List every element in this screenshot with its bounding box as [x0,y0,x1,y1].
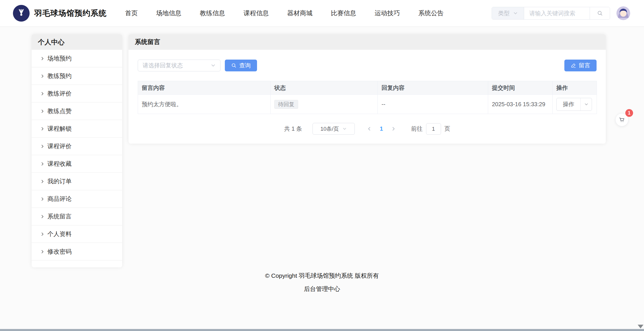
nav-item-home[interactable]: 首页 [125,9,138,18]
cell-reply-content: -- [378,95,488,114]
sidebar-item-label: 商品评论 [47,195,72,203]
keyword-search-input[interactable] [524,7,590,19]
sidebar-item-label: 场地预约 [47,54,72,62]
search-icon [231,63,237,68]
chevron-right-icon [40,250,45,254]
app-title: 羽毛球场馆预约系统 [34,8,107,18]
sidebar-item-label: 系统留言 [47,212,72,220]
user-avatar[interactable] [616,6,630,20]
nav-item-courses[interactable]: 课程信息 [244,9,269,18]
cell-message-content: 预约太方便啦。 [138,95,271,114]
shuttlecock-logo-icon [13,5,30,22]
leave-message-button[interactable]: 留言 [564,60,597,71]
chevron-right-icon [40,197,45,201]
column-header-time: 提交时间 [488,81,553,95]
bottom-scrollbar[interactable] [0,329,644,331]
chevron-right-icon [40,74,45,78]
query-button[interactable]: 查询 [225,60,257,71]
pencil-icon [571,63,576,68]
sidebar-item-label: 修改密码 [47,248,72,256]
nav-item-courts[interactable]: 场地信息 [156,9,181,18]
search-icon [597,10,603,16]
scroll-down-arrow[interactable] [638,325,643,328]
sidebar-item-label: 教练评价 [47,90,72,98]
sidebar-item-label: 教练预约 [47,72,72,80]
panel-body: 请选择回复状态 查询 留言 [129,50,606,135]
nav-item-competitions[interactable]: 比赛信息 [331,9,356,18]
shopping-cart-icon [618,116,625,123]
chevron-right-icon [40,144,45,149]
nav-item-coaches[interactable]: 教练信息 [200,9,225,18]
sidebar-item-label: 教练点赞 [47,107,72,115]
sidebar-item-course-review[interactable]: 课程评价 [32,138,122,155]
reply-status-select[interactable]: 请选择回复状态 [138,60,221,71]
chevron-right-icon [391,126,396,131]
sidebar-item-course-favorite[interactable]: 课程收藏 [32,155,122,173]
page-number-1[interactable]: 1 [375,125,388,132]
chevron-right-icon [40,127,45,131]
nav-item-sport-tips[interactable]: 运动技巧 [375,9,400,18]
table-row: 预约太方便啦。 待回复 -- 2025-03-16 15:33:29 操作 [138,95,597,114]
cell-submit-time: 2025-03-16 15:33:29 [488,95,553,114]
search-type-select[interactable]: 类型 [492,7,524,19]
sidebar-item-coach-review[interactable]: 教练评价 [32,85,122,102]
query-button-label: 查询 [239,62,251,69]
page-size-select[interactable]: 10条/页 [313,123,355,135]
navbar-right: 类型 [492,6,630,20]
sidebar-item-system-messages[interactable]: 系统留言 [32,208,122,225]
action-button-label: 操作 [557,100,580,108]
filter-row: 请选择回复状态 查询 留言 [138,60,597,71]
admin-center-link[interactable]: 后台管理中心 [0,285,644,293]
pagination-total: 共 1 条 [284,125,302,133]
sidebar-item-coach-like[interactable]: 教练点赞 [32,102,122,120]
nav-item-announcements[interactable]: 系统公告 [418,9,444,18]
goto-page-group: 前往 页 [411,123,450,135]
next-page-button[interactable] [388,123,400,135]
top-navbar: 羽毛球场馆预约系统 首页 场地信息 教练信息 课程信息 器材商城 比赛信息 运动… [0,0,644,27]
sidebar-item-court-booking[interactable]: 场地预约 [32,50,122,67]
prev-page-button[interactable] [363,123,375,135]
chevron-down-icon [342,127,347,131]
sidebar-item-coach-booking[interactable]: 教练预约 [32,67,122,85]
search-button[interactable] [590,7,610,19]
sidebar-item-label: 我的订单 [47,177,72,185]
search-type-label: 类型 [498,9,510,17]
cart-badge: 1 [625,109,633,117]
column-header-reply: 回复内容 [378,81,488,95]
column-header-status: 状态 [271,81,378,95]
sidebar-item-my-orders[interactable]: 我的订单 [32,173,122,190]
search-group: 类型 [492,7,610,20]
sidebar-item-course-unlock[interactable]: 课程解锁 [32,120,122,138]
system-messages-panel: 系统留言 请选择回复状态 查询 留言 [129,34,606,144]
row-action-dropdown-button[interactable]: 操作 [556,98,592,111]
table-header-row: 留言内容 状态 回复内容 提交时间 操作 [138,81,597,95]
goto-page-input[interactable] [426,123,441,135]
chevron-down-icon [513,11,518,16]
chevron-right-icon [40,56,45,61]
chevron-right-icon [40,214,45,219]
sidebar-title: 个人中心 [32,34,122,50]
sidebar-item-label: 课程收藏 [47,160,72,168]
sidebar-item-label: 个人资料 [47,230,72,238]
sidebar-item-label: 课程解锁 [47,125,72,133]
sidebar-item-profile[interactable]: 个人资料 [32,225,122,243]
chevron-right-icon [40,179,45,184]
column-header-action: 操作 [553,81,597,95]
status-badge: 待回复 [274,100,298,109]
brand[interactable]: 羽毛球场馆预约系统 [13,5,107,22]
column-header-content: 留言内容 [138,81,271,95]
chevron-down-icon [581,102,592,106]
chevron-right-icon [40,109,45,113]
sidebar-item-product-comments[interactable]: 商品评论 [32,190,122,208]
personal-center-sidebar: 个人中心 场地预约 教练预约 教练评价 教练点赞 课程解锁 课程评价 课程收藏 … [32,34,122,267]
page-unit-label: 页 [444,125,450,133]
chevron-down-icon [211,63,216,68]
nav-item-equipment-mall[interactable]: 器材商城 [287,9,313,18]
reply-status-placeholder: 请选择回复状态 [143,62,183,69]
sidebar-item-change-password[interactable]: 修改密码 [32,243,122,260]
goto-label: 前往 [411,125,423,133]
page-size-label: 10条/页 [320,125,339,133]
main-nav: 首页 场地信息 教练信息 课程信息 器材商城 比赛信息 运动技巧 系统公告 [125,9,444,18]
panel-title: 系统留言 [129,34,606,50]
chevron-right-icon [40,162,45,166]
